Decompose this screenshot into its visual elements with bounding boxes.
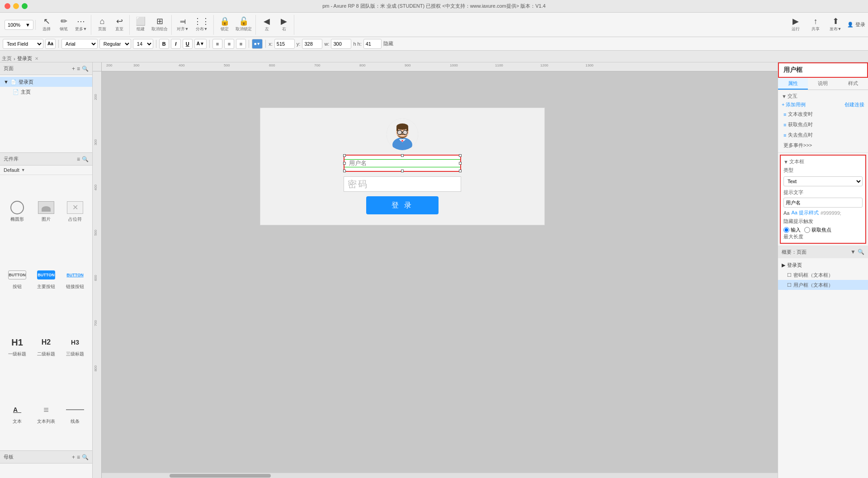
italic-btn[interactable]: I bbox=[171, 39, 181, 49]
more-tool[interactable]: ⋯ 更多▼ bbox=[73, 15, 89, 35]
y-input[interactable] bbox=[302, 39, 322, 49]
outline-page[interactable]: ▶ 登录页 bbox=[778, 260, 868, 270]
radio-focus[interactable]: 获取焦点 bbox=[804, 227, 831, 233]
page-item-login[interactable]: ▼ 📄 登录页 bbox=[0, 77, 92, 87]
h-input[interactable] bbox=[363, 39, 382, 49]
comp-text-list[interactable]: ≡ 文本列表 bbox=[33, 381, 60, 447]
comp-search-btn[interactable]: 🔍 bbox=[82, 156, 89, 162]
password-field[interactable]: 密码 bbox=[344, 176, 461, 192]
close-btn[interactable] bbox=[5, 3, 10, 9]
comp-placeholder[interactable]: ✕ 占位符 bbox=[61, 179, 89, 244]
new-page-btn[interactable]: ⬜ 组建 bbox=[132, 15, 149, 35]
tab-style[interactable]: 样式 bbox=[838, 78, 868, 90]
interaction-blur[interactable]: ≡ 失去焦点时 bbox=[782, 131, 864, 139]
home-btn[interactable]: ⌂ 页面 bbox=[94, 15, 110, 35]
unlock-btn[interactable]: 🔓 取消锁定 bbox=[234, 15, 254, 35]
align-center-btn[interactable]: ≡ bbox=[224, 39, 234, 49]
scroll-thumb-h[interactable] bbox=[170, 474, 271, 478]
radio-input[interactable]: 输入 bbox=[783, 227, 801, 233]
handle-mid-right[interactable] bbox=[459, 162, 462, 165]
username-input[interactable] bbox=[345, 156, 459, 170]
pen-tool[interactable]: ✏ 钢笔 bbox=[56, 15, 72, 35]
font-style-select[interactable]: Regular bbox=[99, 39, 131, 49]
run-btn[interactable]: ▶ 运行 bbox=[788, 15, 804, 35]
outline-search-btn[interactable]: 🔍 bbox=[858, 249, 864, 255]
hint-input[interactable] bbox=[783, 198, 863, 208]
outline-filter-btn[interactable]: ▼ bbox=[850, 249, 856, 255]
tab-desc[interactable]: 说明 bbox=[808, 78, 838, 90]
breadcrumb-main[interactable]: 主页 bbox=[2, 55, 12, 62]
pages-search-btn[interactable]: 🔍 bbox=[82, 66, 89, 72]
font-size-select[interactable]: 14 bbox=[133, 39, 153, 49]
breadcrumb-close[interactable]: ✕ bbox=[35, 56, 38, 61]
underline-btn[interactable]: U bbox=[183, 39, 193, 49]
login-button-canvas[interactable]: 登 录 bbox=[366, 196, 439, 214]
x-input[interactable] bbox=[274, 39, 295, 49]
share-btn[interactable]: ↑ 共享 bbox=[807, 15, 824, 35]
move-left-btn[interactable]: ◀ 左 bbox=[259, 15, 275, 35]
comp-circle[interactable]: 椭圆形 bbox=[4, 179, 31, 244]
minimize-btn[interactable] bbox=[13, 3, 19, 9]
comp-h2[interactable]: H2 二级标题 bbox=[33, 314, 60, 379]
publish-btn[interactable]: ⬆ 发布▼ bbox=[827, 15, 844, 35]
comp-h1[interactable]: H1 一级标题 bbox=[4, 314, 31, 379]
interaction-text-change[interactable]: ≡ 文本改变时 bbox=[782, 110, 864, 118]
canvas-area[interactable]: 200 300 400 500 600 700 800 900 1000 110… bbox=[93, 62, 778, 478]
pages-menu-btn[interactable]: ≡ bbox=[77, 66, 80, 72]
lock-btn[interactable]: 🔒 锁定 bbox=[217, 15, 233, 35]
page-item-main[interactable]: 📄 主页 bbox=[0, 87, 92, 97]
widget-style-btn[interactable]: Aa bbox=[45, 39, 56, 49]
comp-text[interactable]: A_ 文本 bbox=[4, 381, 31, 447]
back-btn[interactable]: ↩ 直至 bbox=[111, 15, 127, 35]
pages-add-btn[interactable]: + bbox=[72, 66, 75, 72]
create-link-btn[interactable]: 创建连接 bbox=[844, 101, 864, 108]
comp-link-button[interactable]: BUTTON 链接按钮 bbox=[61, 246, 89, 312]
radio-input-ctrl[interactable] bbox=[783, 227, 789, 233]
comp-h3[interactable]: H3 三级标题 bbox=[61, 314, 89, 379]
handle-bottom-right[interactable] bbox=[459, 170, 462, 172]
zoom-selector[interactable]: 100% ▼ bbox=[5, 20, 33, 30]
masters-add-btn[interactable]: + bbox=[72, 454, 75, 460]
w-input[interactable] bbox=[331, 39, 351, 49]
handle-mid-left[interactable] bbox=[343, 162, 346, 165]
distribute-btn[interactable]: ⋮⋮ 分布▼ bbox=[192, 15, 212, 35]
hint-style-link[interactable]: Aa 提示样式 bbox=[791, 209, 819, 216]
masters-search-btn[interactable]: 🔍 bbox=[82, 454, 89, 460]
tab-props[interactable]: 属性 bbox=[778, 78, 808, 90]
select-tool[interactable]: ↖ 选择 bbox=[38, 15, 55, 35]
bold-btn[interactable]: B bbox=[159, 39, 169, 49]
comp-button[interactable]: BUTTON 按钮 bbox=[4, 246, 31, 312]
maximize-btn[interactable] bbox=[22, 3, 28, 9]
handle-bottom-mid[interactable] bbox=[401, 170, 404, 172]
comp-line[interactable]: 线条 bbox=[61, 381, 89, 447]
library-selector[interactable]: Default ▼ bbox=[0, 166, 92, 175]
handle-top-mid[interactable] bbox=[401, 154, 404, 157]
handle-top-left[interactable] bbox=[343, 154, 346, 157]
ungroup-btn[interactable]: ⊞ 取消组合 bbox=[150, 15, 170, 35]
move-right-btn[interactable]: ▶ 右 bbox=[276, 15, 292, 35]
widget-type-select[interactable]: Text Field bbox=[3, 39, 43, 49]
font-color-btn[interactable]: A▼ bbox=[194, 39, 207, 49]
more-events-btn[interactable]: 更多事件>>> bbox=[782, 141, 864, 150]
text-type-select[interactable]: Text Password Email bbox=[783, 176, 863, 186]
handle-top-right[interactable] bbox=[459, 154, 462, 157]
align-right-btn[interactable]: ≡ bbox=[236, 39, 246, 49]
add-interaction-btn[interactable]: + 添加用例 bbox=[782, 101, 806, 108]
comp-primary-button[interactable]: BUTTON 主要按钮 bbox=[33, 246, 60, 312]
align-btn[interactable]: ⫤ 对齐▼ bbox=[175, 15, 191, 35]
align-left-btn[interactable]: ≡ bbox=[212, 39, 222, 49]
radio-focus-ctrl[interactable] bbox=[804, 227, 810, 233]
interaction-focus[interactable]: ≡ 获取焦点时 bbox=[782, 120, 864, 129]
outline-item-user[interactable]: ☐ 用户框（文本框） bbox=[778, 280, 868, 290]
canvas-scrollbar-h[interactable] bbox=[102, 473, 778, 478]
collapse-icon-texttype[interactable]: ▼ bbox=[783, 159, 788, 165]
login-button[interactable]: 👤 登录 bbox=[847, 21, 865, 28]
masters-menu-btn[interactable]: ≡ bbox=[77, 454, 80, 460]
collapse-icon-interactions[interactable]: ▼ bbox=[782, 94, 787, 99]
outline-item-password[interactable]: ☐ 密码框（文本框） bbox=[778, 270, 868, 280]
fill-color-btn[interactable]: ■▼ bbox=[252, 39, 263, 49]
comp-image[interactable]: 图片 bbox=[33, 179, 60, 244]
handle-bottom-left[interactable] bbox=[343, 170, 346, 172]
comp-menu-btn[interactable]: ≡ bbox=[77, 156, 80, 162]
font-name-select[interactable]: Arial bbox=[61, 39, 98, 49]
